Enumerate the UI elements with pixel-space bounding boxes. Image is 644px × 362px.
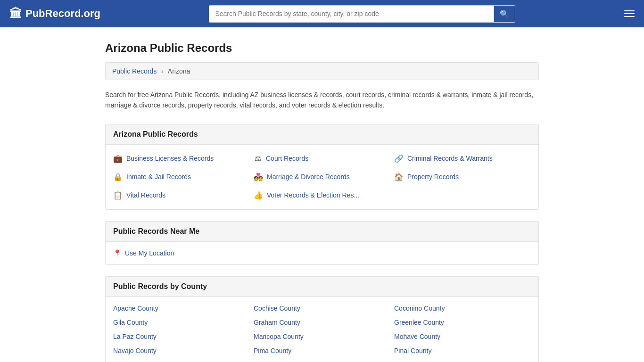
record-item[interactable]: 🏠 Property Records: [394, 171, 531, 183]
near-me-section-body: 📍 Use My Location: [106, 242, 538, 264]
county-section-header: Public Records by County: [106, 277, 538, 297]
search-area: 🔍: [209, 5, 515, 23]
record-item[interactable]: 🔒 Inmate & Jail Records: [113, 171, 250, 183]
record-item[interactable]: 🔗 Criminal Records & Warrants: [394, 152, 531, 165]
record-icon: ⚖: [254, 154, 262, 163]
record-icon: 👍: [254, 191, 263, 200]
county-link[interactable]: Cochise County: [254, 304, 390, 312]
record-icon: 💑: [254, 173, 263, 181]
records-section: Arizona Public Records 💼 Business Licens…: [105, 124, 539, 210]
county-link[interactable]: Graham County: [254, 319, 390, 326]
main-content: Arizona Public Records Public Records › …: [96, 41, 548, 362]
search-input[interactable]: [209, 6, 494, 22]
record-icon: 📋: [113, 191, 123, 200]
record-label: Property Records: [407, 173, 459, 181]
hamburger-line-2: [624, 13, 635, 14]
county-link[interactable]: Navajo County: [113, 347, 250, 354]
use-my-location-label: Use My Location: [125, 249, 174, 257]
breadcrumb: Public Records › Arizona: [105, 62, 539, 80]
county-section: Public Records by County Apache CountyCo…: [105, 276, 539, 362]
record-item[interactable]: 💑 Marriage & Divorce Records: [254, 171, 390, 183]
location-icon: 📍: [113, 249, 121, 257]
site-header: 🏛 PubRecord.org 🔍: [0, 0, 644, 27]
menu-button[interactable]: [624, 10, 635, 17]
record-item[interactable]: 💼 Business Licenses & Records: [113, 152, 250, 165]
logo-text: PubRecord.org: [25, 8, 100, 20]
search-button[interactable]: 🔍: [494, 6, 515, 22]
record-label: Vital Records: [126, 191, 165, 199]
county-section-body: Apache CountyCochise CountyCoconino Coun…: [106, 297, 538, 362]
hamburger-line-3: [624, 16, 635, 17]
record-label: Marriage & Divorce Records: [267, 173, 350, 181]
record-label: Court Records: [266, 155, 308, 162]
search-bar: 🔍: [209, 5, 515, 23]
county-link[interactable]: Apache County: [113, 304, 250, 312]
county-link[interactable]: Pima County: [254, 347, 390, 354]
county-link[interactable]: Pinal County: [394, 347, 531, 354]
county-link[interactable]: Greenlee County: [394, 319, 531, 326]
record-item[interactable]: ⚖ Court Records: [254, 152, 390, 165]
record-label: Voter Records & Election Res...: [267, 191, 359, 199]
logo-icon: 🏛: [9, 7, 22, 21]
record-label: Business Licenses & Records: [126, 155, 214, 162]
county-link[interactable]: La Paz County: [113, 333, 250, 340]
record-label: Criminal Records & Warrants: [407, 155, 493, 162]
county-link[interactable]: Maricopa County: [254, 333, 390, 340]
records-grid: 💼 Business Licenses & Records ⚖ Court Re…: [113, 152, 531, 202]
breadcrumb-current: Arizona: [168, 67, 190, 75]
near-me-section-header: Public Records Near Me: [106, 222, 538, 242]
record-icon: 🔗: [394, 154, 404, 163]
breadcrumb-separator: ›: [161, 67, 164, 75]
record-label: Inmate & Jail Records: [126, 173, 191, 181]
hamburger-line-1: [624, 10, 635, 11]
county-link[interactable]: Mohave County: [394, 333, 531, 340]
site-logo[interactable]: 🏛 PubRecord.org: [9, 7, 100, 21]
page-description: Search for free Arizona Public Records, …: [105, 90, 539, 111]
record-icon: 🏠: [394, 173, 404, 181]
breadcrumb-parent-link[interactable]: Public Records: [112, 67, 157, 75]
page-title: Arizona Public Records: [105, 41, 539, 55]
county-link[interactable]: Gila County: [113, 319, 250, 326]
county-grid: Apache CountyCochise CountyCoconino Coun…: [113, 304, 531, 362]
records-section-header: Arizona Public Records: [106, 124, 538, 145]
near-me-section: Public Records Near Me 📍 Use My Location: [105, 221, 539, 265]
use-my-location-button[interactable]: 📍 Use My Location: [113, 249, 531, 257]
record-item[interactable]: 📋 Vital Records: [113, 189, 250, 202]
county-link[interactable]: Coconino County: [394, 304, 531, 312]
record-icon: 💼: [113, 154, 123, 163]
records-section-body: 💼 Business Licenses & Records ⚖ Court Re…: [106, 145, 538, 209]
record-icon: 🔒: [113, 173, 123, 181]
record-item[interactable]: 👍 Voter Records & Election Res...: [254, 189, 390, 202]
